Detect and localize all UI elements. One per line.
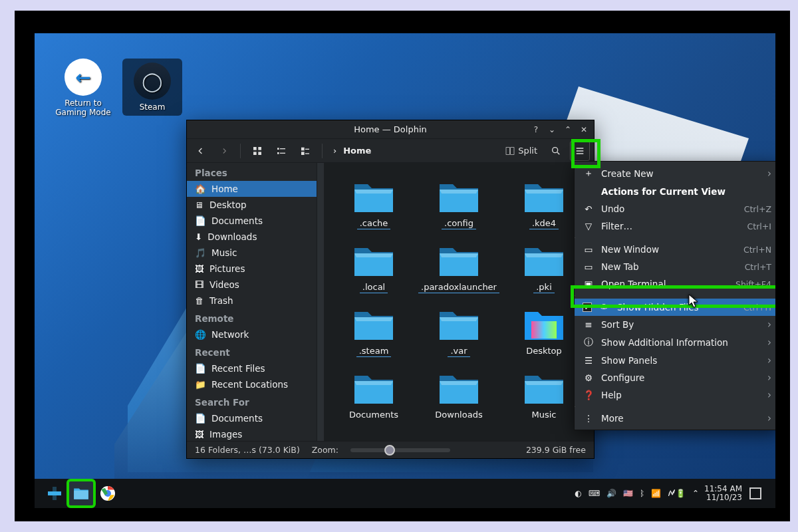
folder-var[interactable]: .var (414, 300, 503, 364)
search-button[interactable] (546, 142, 566, 160)
back-button[interactable] (191, 142, 211, 160)
split-button[interactable]: Split (500, 142, 542, 160)
menu-label: Filter… (601, 221, 741, 231)
window-icon: ▭ (583, 244, 595, 255)
folder-downloads[interactable]: Downloads (414, 364, 503, 427)
show-desktop-button[interactable] (742, 480, 769, 507)
sidebar-item-recent-files[interactable]: 📄Recent Files (187, 360, 317, 376)
folder-music[interactable]: Music (503, 364, 585, 427)
menu-item-show-additional-information[interactable]: ⓘShow Additional Information› (575, 333, 775, 352)
menu-item-sort-by[interactable]: ≡Sort By› (575, 316, 775, 333)
close-button[interactable]: ✕ (578, 124, 590, 136)
svg-point-14 (553, 147, 558, 152)
menu-item-more[interactable]: ⋮More› (575, 410, 775, 427)
sidebar-group-header: Recent (187, 342, 317, 360)
folder-steam[interactable]: .steam (333, 300, 414, 364)
menu-item-undo[interactable]: ↶UndoCtrl+Z (575, 200, 775, 217)
menu-item-filter-[interactable]: ▽Filter…Ctrl+I (575, 217, 775, 235)
folder-paradoxlauncher[interactable]: .paradoxlauncher (414, 236, 503, 300)
sidebar-item-videos[interactable]: 🎞Videos (187, 277, 317, 293)
sidebar-item-pictures[interactable]: 🖼Pictures (187, 261, 317, 277)
folder-label: Downloads (432, 409, 485, 420)
keyboard-tray-icon[interactable]: ⌨ (589, 489, 600, 498)
sidebar-item-home[interactable]: 🏠Home (187, 181, 317, 197)
menu-item-actions-for-current-view: Actions for Current View (575, 183, 775, 200)
breadcrumb[interactable]: › Home (329, 146, 496, 156)
menu-item-open-terminal[interactable]: ▣Open TerminalShift+F4 (575, 275, 775, 293)
sidebar-item-desktop[interactable]: 🖥Desktop (187, 197, 317, 213)
svg-rect-0 (253, 147, 257, 150)
zoom-knob[interactable] (384, 445, 395, 456)
place-icon: 🖼 (195, 263, 204, 274)
folder-label: .kde4 (529, 217, 559, 229)
zoom-slider[interactable] (350, 448, 450, 452)
taskbar-clock[interactable]: 11:54 AM 11/10/23 (704, 485, 742, 502)
sidebar-group-header: Remote (187, 309, 317, 327)
battery-icon[interactable]: 🗲🔋 (668, 489, 686, 498)
folder-desktop[interactable]: Desktop (503, 300, 585, 364)
menu-item-new-window[interactable]: ▭New WindowCtrl+N (575, 241, 775, 258)
forward-button[interactable] (215, 142, 233, 160)
place-label: Videos (209, 279, 239, 290)
svg-rect-8 (301, 147, 305, 150)
folder-label: Documents (346, 409, 401, 420)
menu-item-help[interactable]: ❓Help› (575, 386, 775, 404)
minimize-button[interactable]: ⌄ (546, 124, 558, 136)
folder-pki[interactable]: .pki (503, 236, 585, 300)
desktop-icon-return-gaming[interactable]: ← Return to Gaming Mode (53, 59, 113, 117)
start-button[interactable] (41, 480, 68, 507)
sidebar-item-recent-locations[interactable]: 📁Recent Locations (187, 376, 317, 392)
places-sidebar[interactable]: Places🏠Home🖥Desktop📄Documents⬇Downloads🎵… (187, 163, 317, 441)
sidebar-item-network[interactable]: 🌐Network (187, 327, 317, 342)
place-icon: 📁 (195, 379, 206, 390)
folder-documents[interactable]: Documents (333, 364, 414, 427)
volume-icon[interactable]: 🔊 (606, 489, 616, 498)
maximize-button[interactable]: ⌃ (562, 124, 574, 136)
sidebar-item-downloads[interactable]: ⬇Downloads (187, 229, 317, 245)
details-view-button[interactable] (295, 142, 315, 160)
hamburger-menu-button[interactable] (570, 141, 590, 161)
language-tray-icon[interactable]: 🇺🇸 (623, 489, 633, 498)
taskbar[interactable]: ◐ ⌨ 🔊 🇺🇸 ᛒ 📶 🗲🔋 ⌃ 11:54 AM 11/10/23 (35, 479, 775, 508)
network-icon[interactable]: 📶 (651, 489, 661, 498)
place-icon: ⬇ (195, 231, 202, 242)
menu-label: Sort By (601, 319, 761, 330)
menu-item-show-panels[interactable]: ☰Show Panels› (575, 352, 775, 369)
menu-item-new-tab[interactable]: ▭New TabCtrl+T (575, 258, 775, 275)
taskbar-dolphin[interactable] (68, 480, 94, 507)
tab-icon: ▭ (583, 261, 595, 272)
taskbar-chrome[interactable] (94, 480, 121, 507)
desktop[interactable]: ← Return to Gaming Mode ◯ Steam Home — D… (35, 33, 775, 508)
titlebar[interactable]: Home — Dolphin ? ⌄ ⌃ ✕ (187, 120, 594, 139)
menu-item-create-new[interactable]: ＋Create New› (575, 164, 775, 183)
system-tray[interactable]: ◐ ⌨ 🔊 🇺🇸 ᛒ 📶 🗲🔋 ⌃ (575, 489, 699, 498)
compact-view-button[interactable] (271, 142, 291, 160)
terminal-icon: ▣ (583, 279, 595, 289)
sidebar-item-documents[interactable]: 📄Documents (187, 213, 317, 229)
scrollbar[interactable] (317, 163, 324, 441)
icons-view-button[interactable] (247, 142, 267, 160)
menu-item-show-hidden-files[interactable]: ✓👁Show Hidden FilesCtrl+H (575, 299, 775, 316)
menu-item-configure[interactable]: ⚙Configure› (575, 369, 775, 386)
svg-rect-9 (301, 152, 305, 155)
folder-label: .local (360, 281, 388, 293)
sidebar-item-music[interactable]: 🎵Music (187, 245, 317, 261)
help-button[interactable]: ? (530, 124, 542, 136)
folder-config[interactable]: .config (414, 172, 503, 236)
sidebar-item-trash[interactable]: 🗑Trash (187, 293, 317, 309)
svg-rect-4 (277, 148, 279, 150)
sidebar-group-header: Places (187, 163, 317, 181)
desktop-icon-steam[interactable]: ◯ Steam (122, 59, 182, 116)
folder-kde4[interactable]: .kde4 (503, 172, 585, 236)
steam-tray-icon[interactable]: ◐ (575, 489, 581, 498)
sidebar-item-documents[interactable]: 📄Documents (187, 410, 317, 426)
place-icon: 📄 (195, 215, 206, 226)
tray-expand-icon[interactable]: ⌃ (692, 489, 699, 498)
svg-rect-7 (280, 152, 285, 153)
folder-cache[interactable]: .cache (333, 172, 414, 236)
folder-content[interactable]: .cache.config.kde4.local.paradoxlauncher… (317, 163, 594, 441)
sidebar-item-images[interactable]: 🖼Images (187, 426, 317, 441)
folder-local[interactable]: .local (333, 236, 414, 300)
bluetooth-icon[interactable]: ᛒ (640, 489, 644, 498)
place-label: Pictures (209, 263, 245, 274)
